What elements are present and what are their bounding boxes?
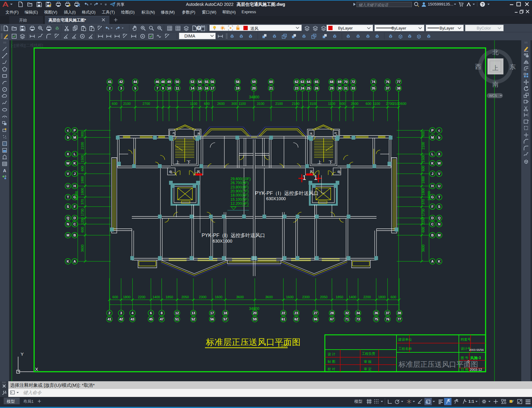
svg-text:1100: 1100 [238,102,246,105]
svg-text:风施-3: 风施-3 [470,356,481,360]
svg-text:气: 气 [334,132,337,135]
svg-text:14: 14 [191,86,195,90]
svg-text:600: 600 [81,166,84,171]
svg-text:10: 10 [167,86,171,90]
svg-text:16200: 16200 [75,191,78,201]
svg-text:59: 59 [253,317,257,321]
svg-text:WCS: WCS [489,94,497,97]
svg-text:15.100(5F): 15.100(5F) [231,197,249,202]
svg-text:11: 11 [175,86,179,90]
svg-text:600: 600 [81,227,84,232]
svg-text:50: 50 [175,80,179,84]
svg-text:1:100: 1:100 [278,343,288,348]
svg-text:46: 46 [156,80,159,84]
svg-text:37: 37 [386,311,389,315]
svg-text:600: 600 [421,227,425,232]
svg-text:[-][俯视][二维线框]: [-][俯视][二维线框] [11,43,43,48]
svg-text:?: ? [198,26,200,30]
svg-text:西: 西 [475,63,481,70]
svg-text:Y: Y [21,351,24,357]
svg-text:工程负责: 工程负责 [362,352,375,355]
svg-text:30: 30 [338,86,341,90]
svg-text:47: 47 [160,317,164,321]
svg-text:600: 600 [112,295,118,299]
svg-text:76: 76 [386,317,389,321]
svg-text:北: 北 [492,49,499,56]
svg-text:1730: 1730 [81,208,84,216]
svg-text:2003-55/56: 2003-55/56 [469,348,484,351]
svg-text:D: D [431,216,434,220]
svg-text:630X1000: 630X1000 [213,239,232,244]
svg-text:300: 300 [231,102,237,105]
svg-text:D: D [73,216,76,220]
svg-text:3600: 3600 [265,295,273,299]
svg-text:2100: 2100 [81,142,84,149]
svg-text:H: H [73,184,76,188]
svg-text:48: 48 [161,80,165,84]
svg-text:南: 南 [492,81,499,88]
svg-text:1500: 1500 [421,155,425,162]
svg-text:1850: 1850 [336,295,343,299]
svg-text:气: 气 [172,132,175,135]
svg-text:16: 16 [205,86,208,90]
svg-text:24: 24 [301,86,305,90]
svg-text:1850: 1850 [166,295,173,299]
svg-text:12: 12 [175,311,179,315]
svg-text:C: C [73,222,76,226]
svg-text:53: 53 [191,80,194,84]
svg-text:35: 35 [372,86,375,90]
svg-text:X: X [438,152,440,156]
svg-text:P: P [431,129,433,132]
svg-text:标准层正压送风口平面图: 标准层正压送风口平面图 [398,360,478,368]
svg-text:71: 71 [345,317,349,321]
svg-text:c: c [438,129,440,132]
svg-text:66: 66 [314,317,317,321]
svg-text:S: S [67,205,69,208]
svg-text:15: 15 [198,86,202,90]
svg-text:31: 31 [344,86,348,90]
svg-text:370: 370 [81,199,84,204]
svg-text:57: 57 [223,317,227,321]
svg-text:H: H [431,184,434,188]
svg-text:69: 69 [338,80,341,84]
svg-text:32: 32 [345,311,349,315]
svg-text:62: 62 [294,317,298,321]
svg-text:37: 37 [386,86,389,90]
svg-text:20: 20 [253,311,257,315]
svg-text:2100: 2100 [292,102,299,105]
svg-text:1200: 1200 [81,217,84,225]
svg-text:3100: 3100 [257,102,264,105]
svg-text:审 定: 审 定 [364,367,372,371]
svg-text:电: 电 [337,170,341,174]
svg-text:M: M [73,136,76,139]
svg-text:600: 600 [340,102,345,105]
svg-text:62: 62 [295,80,298,84]
svg-text:4: 4 [132,311,134,315]
svg-text:2100: 2100 [123,102,131,105]
svg-text:1: 1 [314,174,317,181]
svg-text:45: 45 [149,317,153,321]
svg-text:2700: 2700 [143,102,150,105]
svg-text:校 对: 校 对 [327,367,335,371]
svg-text:3600: 3600 [81,244,84,252]
svg-text:600: 600 [112,102,117,105]
svg-text:2600: 2600 [351,102,358,105]
svg-text:23.800(8F): 23.800(8F) [231,185,249,189]
svg-text:34800: 34800 [249,95,259,99]
svg-text:2300: 2300 [199,295,206,299]
svg-text:600: 600 [401,102,406,105]
svg-text:F: F [74,205,76,208]
svg-text:2300: 2300 [302,295,309,299]
svg-text:水: 水 [309,132,313,135]
svg-text:C: C [431,222,434,226]
svg-text:68: 68 [330,80,333,84]
svg-text:东: 东 [510,63,516,70]
svg-text:9: 9 [162,86,164,90]
svg-text:34800: 34800 [249,307,259,311]
svg-text:29.600(10F): 29.600(10F) [231,177,250,181]
svg-text:18.000(6F): 18.000(6F) [231,193,249,197]
svg-text:1600: 1600 [215,295,222,299]
svg-text:下: 下 [329,160,333,164]
svg-text:图 号: 图 号 [461,356,468,360]
svg-text:A: A [431,259,434,263]
